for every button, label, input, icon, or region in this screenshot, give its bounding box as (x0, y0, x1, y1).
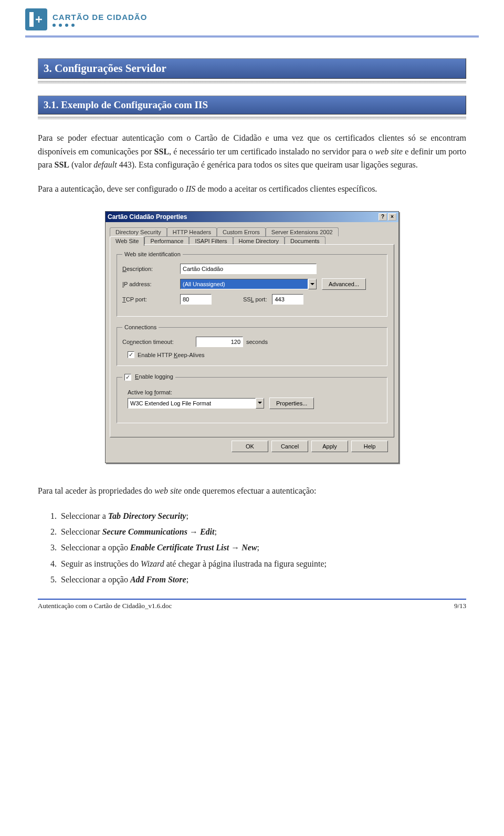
ssl-port-label: SSL port: (243, 296, 267, 302)
logo: CARTÃO DE CIDADÃO (25, 8, 479, 30)
text: onde queremos efectuar a autenticação: (182, 486, 316, 495)
paragraph: Para tal aceder às propriedades do web s… (38, 484, 466, 498)
enable-logging-checkbox[interactable]: ✓ (124, 374, 131, 381)
ok-button[interactable]: OK (232, 441, 268, 452)
subsection-heading: 3.1. Exemplo de Configuração com IIS (38, 96, 466, 114)
log-format-select[interactable] (128, 398, 256, 409)
tcp-port-input[interactable] (180, 294, 212, 305)
ssl-port-input[interactable] (272, 294, 303, 305)
text: 443). Esta configuração é genérica para … (117, 160, 418, 169)
heading-shadow (38, 117, 466, 120)
text-italic: web site (154, 486, 182, 495)
page-header: CARTÃO DE CIDADÃO (0, 0, 504, 37)
text-italic: default (93, 160, 117, 169)
paragraph: Para se poder efectuar autenticação com … (38, 131, 466, 172)
log-format-label: Active log format: (128, 389, 376, 395)
text-italic: web site (375, 147, 403, 156)
footer-page: 9/13 (454, 602, 466, 610)
tcp-port-label: TCP port: (122, 296, 180, 302)
footer-divider (38, 599, 466, 600)
timeout-label: Connection timeout: (122, 339, 196, 345)
text-bold: SSL (55, 160, 69, 169)
group-legend: Web site identification (122, 251, 183, 257)
connections-group: Connections Connection timeout: seconds … (117, 324, 387, 366)
text: (valor (69, 160, 93, 169)
description-label: Description: (122, 266, 180, 272)
footer-docname: Autenticação com o Cartão de Cidadão_v1.… (38, 602, 172, 610)
logo-badge-icon (25, 8, 47, 30)
properties-dialog: Cartão Cidadão Properties ? × Directory … (105, 211, 399, 463)
keepalive-checkbox[interactable]: ✓ (128, 351, 134, 358)
cancel-button[interactable]: Cancel (271, 441, 308, 452)
text: Para tal aceder às propriedades do (38, 486, 154, 495)
heading-shadow (38, 81, 466, 84)
group-legend: Connections (122, 324, 159, 330)
list-item: Seleccionar Secure Communications → Edit… (59, 524, 466, 540)
list-item: Seleccionar a opção Enable Certificate T… (59, 540, 466, 556)
paragraph: Para a autenticação, deve ser configurad… (38, 182, 466, 196)
enable-logging-label: Enable logging (135, 373, 173, 380)
web-site-identification-group: Web site identification Description: IP … (117, 251, 387, 317)
text-bold: SSL (154, 147, 169, 156)
tab-server-extensions-2002[interactable]: Server Extensions 2002 (266, 227, 339, 236)
chevron-down-icon[interactable] (308, 279, 317, 289)
page-footer: Autenticação com o Cartão de Cidadão_v1.… (38, 602, 466, 610)
log-properties-button[interactable]: Properties... (269, 398, 314, 409)
tab-web-site[interactable]: Web Site (110, 236, 144, 246)
timeout-unit: seconds (246, 339, 268, 345)
tab-directory-security[interactable]: Directory Security (110, 227, 167, 236)
dialog-title: Cartão Cidadão Properties (108, 213, 187, 221)
chevron-down-icon[interactable] (256, 398, 264, 409)
tab-http-headers[interactable]: HTTP Headers (167, 227, 217, 236)
timeout-input[interactable] (196, 337, 243, 347)
help-button[interactable]: Help (351, 441, 388, 452)
dialog-titlebar[interactable]: Cartão Cidadão Properties ? × (106, 212, 398, 222)
text: , é necessário ter um certificado instal… (169, 147, 375, 156)
text-italic: IIS (186, 184, 196, 193)
list-item: Seleccionar a Tab Directory Security; (59, 508, 466, 524)
ip-address-select[interactable] (180, 279, 308, 289)
logo-dots-icon (52, 24, 147, 27)
list-item: Seguir as instruções do Wizard até chega… (59, 556, 466, 572)
text: de modo a aceitar os certificados client… (195, 184, 377, 193)
section-heading: 3. Configurações Servidor (38, 58, 466, 79)
ip-address-label: IP address: (122, 281, 180, 287)
description-input[interactable] (180, 264, 317, 274)
list-item: Seleccionar a opção Add From Store; (59, 572, 466, 588)
logo-title: CARTÃO DE CIDADÃO (52, 13, 147, 22)
keepalive-label: Enable HTTP Keep-Alives (138, 352, 205, 358)
tab-custom-errors[interactable]: Custom Errors (217, 227, 266, 236)
advanced-button[interactable]: Advanced... (322, 278, 366, 290)
text: Para a autenticação, deve ser configurad… (38, 184, 186, 193)
close-icon[interactable]: × (388, 213, 396, 221)
steps-list: Seleccionar a Tab Directory Security;Sel… (59, 508, 466, 588)
logging-group: ✓ Enable logging Active log format: Prop… (117, 373, 387, 423)
apply-button[interactable]: Apply (311, 441, 348, 452)
help-icon[interactable]: ? (379, 213, 387, 221)
